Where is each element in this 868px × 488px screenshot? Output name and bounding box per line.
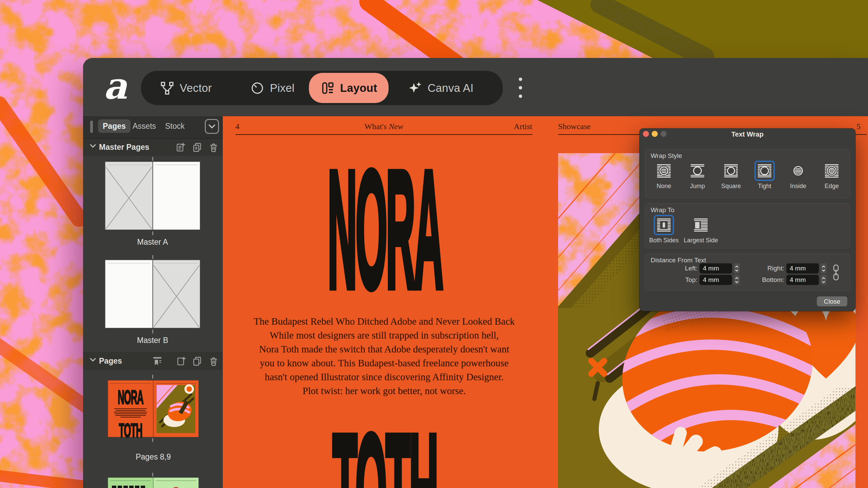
bottom-field-input[interactable]: 4 mm xyxy=(786,275,819,285)
panel-tab-stock[interactable]: Stock xyxy=(160,119,190,133)
panel-tab-assets[interactable]: Assets xyxy=(128,119,161,133)
tab-vector[interactable]: Vector xyxy=(160,71,212,105)
master-a-right-page xyxy=(153,162,200,230)
master-pages-section-header[interactable]: Master Pages xyxy=(83,139,223,156)
wrap-to-largest-side-icon[interactable] xyxy=(693,217,709,233)
duplicate-page-icon[interactable] xyxy=(192,142,203,153)
right-field-stepper[interactable] xyxy=(821,263,827,273)
wrap-style-label: Wrap Style xyxy=(651,152,682,160)
wrap-style-tight-label: Tight xyxy=(749,183,780,190)
wrap-style-none-icon[interactable] xyxy=(656,163,672,179)
wrap-style-edge-label: Edge xyxy=(816,183,847,190)
tab-canva-ai[interactable]: Canva AI xyxy=(407,71,474,105)
bottom-field-stepper[interactable] xyxy=(821,275,827,285)
left-field-input[interactable]: 4 mm xyxy=(699,263,732,273)
close-button[interactable]: Close xyxy=(817,297,847,306)
running-head-roman: What's xyxy=(364,122,387,131)
kebab-menu-icon[interactable] xyxy=(514,73,527,103)
wrap-to-largest-side-label: Largest Side xyxy=(680,237,721,244)
pages-section-header[interactable]: Pages xyxy=(83,352,223,369)
app-toolbar: a Vector xyxy=(83,58,868,116)
pages-title: Pages xyxy=(99,357,122,366)
tab-pixel-label: Pixel xyxy=(270,82,295,95)
master-a-label: Master A xyxy=(105,238,200,247)
next-left-thumbnail xyxy=(108,477,153,488)
headline-toth: TOTH xyxy=(317,409,453,488)
panel-tab-pages-label: Pages xyxy=(103,122,126,131)
vector-nodes-icon xyxy=(160,81,174,95)
page-8-thumbnail: NORA TOTH xyxy=(108,380,153,437)
panel-drag-handle[interactable] xyxy=(90,121,93,133)
body-line: you to know about. This Budapest-based f… xyxy=(238,356,530,370)
top-field-input[interactable]: 4 mm xyxy=(699,275,732,285)
chevron-down-icon xyxy=(90,144,96,148)
thumb-partial-headline xyxy=(112,485,146,488)
bottom-field-label: Bottom: xyxy=(741,275,784,285)
left-page-rule xyxy=(235,134,532,135)
wrap-style-jump-label: Jump xyxy=(682,183,713,190)
panel-collapse-button[interactable] xyxy=(205,119,219,134)
right-running-head-left: Showcase xyxy=(558,122,591,131)
wrap-style-square-icon[interactable] xyxy=(723,163,739,179)
panel-tab-assets-label: Assets xyxy=(133,122,156,131)
master-b-left-page xyxy=(105,260,153,328)
running-head-italic: New xyxy=(389,122,403,131)
left-field-label: Left: xyxy=(651,263,697,273)
left-field-stepper[interactable] xyxy=(734,263,740,273)
link-chain-icon[interactable] xyxy=(831,263,841,283)
wrap-style-inside-icon[interactable] xyxy=(790,163,806,179)
thumb-body-lines xyxy=(114,407,147,418)
tab-layout[interactable]: Layout xyxy=(309,73,389,103)
distance-label: Distance From Text xyxy=(651,257,706,264)
wrap-style-group: Wrap Style None xyxy=(645,149,850,198)
wrap-to-group: Wrap To Both Sides xyxy=(645,203,850,248)
wrap-style-jump-icon[interactable] xyxy=(690,163,705,179)
top-field-stepper[interactable] xyxy=(734,275,740,285)
pixel-circle-icon xyxy=(250,81,264,95)
body-line: While most designers are still trapped i… xyxy=(238,328,530,342)
page-9-thumbnail xyxy=(153,380,199,437)
tab-vector-label: Vector xyxy=(180,82,212,95)
thumb-headline-top: NORA xyxy=(108,386,153,409)
delete-page-icon[interactable] xyxy=(208,356,219,367)
chevron-down-icon xyxy=(90,358,96,362)
body-line: The Budapest Rebel Who Ditched Adobe and… xyxy=(238,314,530,328)
text-wrap-dialog: Text Wrap Wrap Style None xyxy=(639,128,855,311)
chevron-down-icon xyxy=(209,124,215,128)
master-b-label: Master B xyxy=(105,336,200,345)
wrap-style-square-label: Square xyxy=(716,183,746,190)
wrap-to-label: Wrap To xyxy=(651,206,674,214)
tab-layout-label: Layout xyxy=(340,82,377,95)
tab-pixel[interactable]: Pixel xyxy=(250,71,295,105)
wrap-style-none-label: None xyxy=(649,183,679,190)
dialog-title: Text Wrap xyxy=(639,130,855,138)
thumb-sushi-art xyxy=(153,380,199,437)
headline-nora: NORA xyxy=(317,145,453,312)
distance-group: Distance From Text Left: 4 mm Top: 4 mm … xyxy=(645,253,850,291)
affinity-logo[interactable]: a xyxy=(103,67,132,107)
next-right-thumbnail xyxy=(153,477,199,488)
desktop: a Vector xyxy=(0,0,868,488)
add-page-icon[interactable] xyxy=(175,142,186,153)
wrap-style-tight-icon[interactable] xyxy=(757,163,772,179)
app-mode-tabs: Vector Pixel xyxy=(141,71,503,105)
wrap-style-inside-label: Inside xyxy=(783,183,813,190)
apply-master-icon[interactable] xyxy=(152,356,163,367)
master-b-right-page xyxy=(153,260,200,328)
wrap-to-both-sides-label: Both Sides xyxy=(645,237,683,244)
page-8-9-label: Pages 8,9 xyxy=(108,452,199,462)
wrap-style-edge-icon[interactable] xyxy=(824,163,840,179)
duplicate-page-icon[interactable] xyxy=(192,356,203,367)
master-pages-title: Master Pages xyxy=(99,143,149,152)
right-field-input[interactable]: 4 mm xyxy=(786,263,819,273)
layout-panels-icon xyxy=(320,81,335,95)
panel-tab-pages[interactable]: Pages xyxy=(98,119,131,133)
add-page-icon[interactable] xyxy=(176,356,187,367)
article-intro-paragraph: The Budapest Rebel Who Ditched Adobe and… xyxy=(238,314,530,398)
left-running-head-right: Artist xyxy=(481,122,532,131)
left-page-number: 4 xyxy=(235,122,239,131)
delete-page-icon[interactable] xyxy=(208,142,219,153)
wrap-to-both-sides-icon[interactable] xyxy=(656,217,672,233)
thumb-headline-bottom: TOTH xyxy=(108,420,153,442)
left-running-head-center: What's New xyxy=(316,122,452,131)
